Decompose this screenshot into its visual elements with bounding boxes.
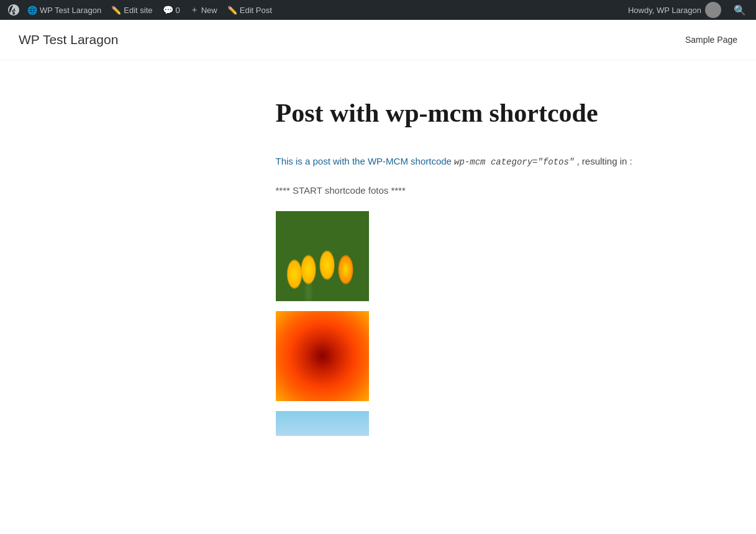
post-title: Post with wp-mcm shortcode bbox=[276, 97, 639, 129]
search-button[interactable]: 🔍 bbox=[729, 4, 751, 16]
site-nav: Sample Page bbox=[685, 34, 737, 45]
new-label: New bbox=[201, 6, 217, 15]
resulting-text: , resulting in : bbox=[577, 156, 632, 166]
site-header: WP Test Laragon Sample Page bbox=[0, 20, 756, 60]
site-icon: 🌐 bbox=[27, 6, 37, 15]
post-intro-paragraph: This is a post with the WP-MCM shortcode… bbox=[276, 153, 639, 170]
admin-bar-comments[interactable]: 💬 0 bbox=[158, 0, 185, 20]
shortcode-marker: **** START shortcode fotos **** bbox=[276, 183, 639, 199]
admin-bar: 🌐 WP Test Laragon ✏️ Edit site 💬 0 ＋ New… bbox=[0, 0, 756, 20]
edit-site-label: Edit site bbox=[124, 6, 152, 15]
image-block-1 bbox=[276, 211, 639, 301]
tulips-image bbox=[276, 211, 369, 301]
comments-count: 0 bbox=[176, 6, 180, 15]
image-block-3 bbox=[276, 411, 639, 436]
admin-bar-edit-site[interactable]: ✏️ Edit site bbox=[106, 0, 157, 20]
admin-bar-site-label: WP Test Laragon bbox=[40, 6, 101, 15]
sky-image bbox=[276, 411, 369, 436]
main-content: Post with wp-mcm shortcode This is a pos… bbox=[99, 60, 658, 483]
howdy-label: Howdy, WP Laragon bbox=[628, 6, 701, 15]
sample-page-link[interactable]: Sample Page bbox=[685, 35, 737, 45]
shortcode-snippet: wp-mcm category="fotos" bbox=[454, 157, 574, 167]
red-flower-image bbox=[276, 311, 369, 401]
howdy-text[interactable]: Howdy, WP Laragon bbox=[623, 2, 726, 18]
site-title[interactable]: WP Test Laragon bbox=[19, 32, 118, 47]
image-block-2 bbox=[276, 311, 639, 401]
user-avatar bbox=[705, 2, 721, 18]
admin-bar-site-link[interactable]: 🌐 WP Test Laragon bbox=[22, 0, 106, 20]
edit-site-icon: ✏️ bbox=[111, 6, 121, 15]
admin-bar-edit-post[interactable]: ✏️ Edit Post bbox=[222, 0, 277, 20]
comment-icon: 💬 bbox=[163, 5, 173, 15]
admin-bar-right: Howdy, WP Laragon 🔍 bbox=[623, 2, 751, 18]
admin-bar-new[interactable]: ＋ New bbox=[185, 0, 222, 20]
wp-logo[interactable] bbox=[5, 1, 22, 19]
post-body: This is a post with the WP-MCM shortcode… bbox=[276, 153, 639, 435]
pencil-icon: ✏️ bbox=[227, 6, 237, 15]
plus-icon: ＋ bbox=[190, 4, 199, 16]
intro-text: This is a post with the WP-MCM shortcode bbox=[276, 156, 452, 166]
edit-post-label: Edit Post bbox=[240, 6, 272, 15]
